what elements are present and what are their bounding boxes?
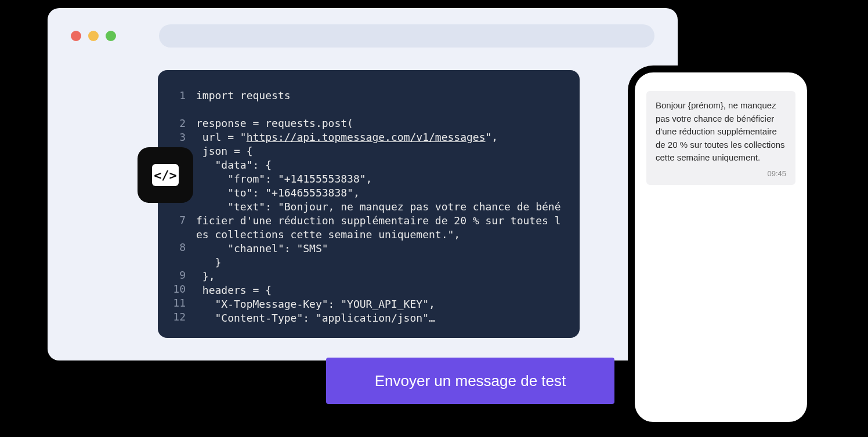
traffic-lights (71, 31, 116, 41)
window-close-icon[interactable] (71, 31, 81, 41)
browser-chrome (71, 24, 654, 48)
sms-text: Bonjour {prénom}, ne manquez pas votre c… (656, 99, 786, 165)
sms-timestamp: 09:45 (656, 168, 786, 180)
line-numbers: 1 2 3 7 8 9 10 11 12 (172, 89, 186, 324)
phone-preview: Bonjour {prénom}, ne manquez pas votre c… (628, 65, 814, 429)
send-test-message-button[interactable]: Envoyer un message de test (326, 358, 614, 404)
code-icon-badge: </> (138, 147, 193, 203)
window-minimize-icon[interactable] (88, 31, 99, 41)
address-bar[interactable] (159, 24, 654, 48)
code-icon: </> (152, 164, 179, 186)
api-url[interactable]: https://api.topmessage.com/v1/messages (247, 131, 486, 143)
code-editor: 1 2 3 7 8 9 10 11 12 import requests res… (158, 70, 580, 338)
code-content[interactable]: import requests response = requests.post… (196, 89, 566, 324)
sms-bubble: Bonjour {prénom}, ne manquez pas votre c… (646, 91, 795, 185)
window-maximize-icon[interactable] (106, 31, 116, 41)
